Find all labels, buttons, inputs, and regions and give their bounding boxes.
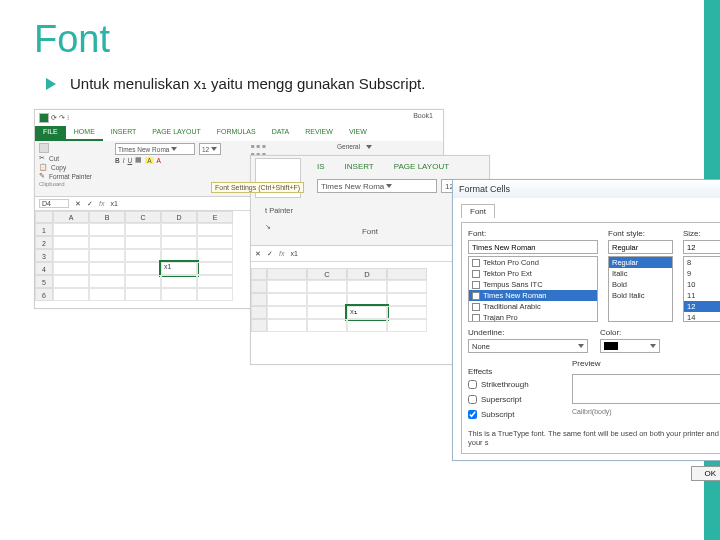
copy-label[interactable]: Copy bbox=[51, 164, 66, 171]
font-listbox[interactable]: Tekton Pro Cond Tekton Pro Ext Tempus Sa… bbox=[468, 256, 598, 322]
italic-button[interactable]: I bbox=[123, 157, 125, 164]
tab-pagelayout[interactable]: PAGE LAYOUT bbox=[144, 126, 208, 141]
font-color-button[interactable]: A bbox=[157, 157, 161, 164]
size-listbox[interactable]: 8 9 10 11 12 14 bbox=[683, 256, 720, 322]
preview-box bbox=[572, 374, 720, 404]
bullet-text: Untuk menuliskan x₁ yaitu mengg gunakan … bbox=[70, 75, 425, 93]
color-combo[interactable] bbox=[600, 339, 660, 353]
dialog-titlebar: Format Cells bbox=[453, 180, 720, 198]
tab-file[interactable]: FILE bbox=[35, 126, 66, 141]
excel-icon bbox=[39, 113, 49, 123]
fx-accept-2[interactable]: ✓ bbox=[267, 250, 273, 258]
workbook-title: Book1 bbox=[413, 112, 433, 119]
border-button[interactable]: ▦ bbox=[135, 156, 142, 164]
tab-home[interactable]: HOME bbox=[66, 126, 103, 141]
fill-color-button[interactable]: A bbox=[145, 157, 153, 164]
fx-accept[interactable]: ✓ bbox=[87, 200, 93, 208]
subscript-checkbox[interactable] bbox=[468, 410, 477, 419]
fx-icon: fx bbox=[99, 200, 104, 207]
font-settings-tooltip: Font Settings (Ctrl+Shift+F) bbox=[211, 182, 304, 193]
size-label: Size: bbox=[683, 229, 720, 238]
strikethrough-checkbox[interactable] bbox=[468, 380, 477, 389]
superscript-checkbox[interactable] bbox=[468, 395, 477, 404]
font-input[interactable] bbox=[468, 240, 598, 254]
painter-label[interactable]: Format Painter bbox=[49, 173, 92, 180]
fx-cancel[interactable]: ✕ bbox=[75, 200, 81, 208]
selected-cell[interactable]: x1 bbox=[161, 262, 197, 275]
style-listbox[interactable]: Regular Italic Bold Bold Italic bbox=[608, 256, 673, 322]
style-input[interactable] bbox=[608, 240, 673, 254]
ztab-is[interactable]: IS bbox=[317, 162, 325, 171]
bullet-row: Untuk menuliskan x₁ yaitu mengg gunakan … bbox=[44, 75, 670, 93]
font-name-combo-2[interactable]: Times New Roma bbox=[317, 179, 437, 193]
selected-cell-2[interactable]: x₁ bbox=[347, 306, 387, 319]
paste-icon[interactable] bbox=[39, 143, 49, 153]
tab-insert[interactable]: INSERT bbox=[103, 126, 145, 141]
ztab-pagelayout[interactable]: PAGE LAYOUT bbox=[394, 162, 449, 171]
tab-data[interactable]: DATA bbox=[264, 126, 298, 141]
effects-label: Effects bbox=[468, 367, 562, 376]
bold-button[interactable]: B bbox=[115, 157, 120, 164]
number-format[interactable]: General bbox=[337, 143, 360, 150]
underline-button[interactable]: U bbox=[128, 157, 133, 164]
style-label: Font style: bbox=[608, 229, 673, 238]
cut-label[interactable]: Cut bbox=[49, 155, 59, 162]
ztab-insert[interactable]: INSERT bbox=[345, 162, 374, 171]
ok-button[interactable]: OK bbox=[691, 466, 720, 481]
color-label: Color: bbox=[600, 328, 720, 337]
formula-bar[interactable]: x1 bbox=[110, 200, 117, 207]
underline-label: Underline: bbox=[468, 328, 590, 337]
bullet-icon bbox=[44, 78, 56, 90]
tab-view[interactable]: VIEW bbox=[341, 126, 375, 141]
launcher-icon[interactable]: ↘ bbox=[265, 223, 271, 240]
name-box[interactable]: D4 bbox=[39, 199, 69, 208]
ribbon-tabs: FILE HOME INSERT PAGE LAYOUT FORMULAS DA… bbox=[35, 126, 443, 141]
font-name-combo[interactable]: Times New Roma bbox=[115, 143, 195, 155]
painter-fragment: t Painter bbox=[255, 204, 485, 217]
size-input[interactable] bbox=[683, 240, 720, 254]
font-group-label: Font bbox=[281, 223, 459, 240]
font-label: Font: bbox=[468, 229, 598, 238]
underline-combo[interactable]: None bbox=[468, 339, 588, 353]
dialog-tab-font[interactable]: Font bbox=[461, 204, 495, 218]
svg-marker-0 bbox=[46, 78, 56, 90]
fx-cancel-2[interactable]: ✕ bbox=[255, 250, 261, 258]
formula-bar-2[interactable]: x1 bbox=[290, 250, 297, 257]
truetype-note: This is a TrueType font. The same font w… bbox=[468, 429, 720, 447]
tab-formulas[interactable]: FORMULAS bbox=[209, 126, 264, 141]
tab-review[interactable]: REVIEW bbox=[297, 126, 341, 141]
slide-title: Font bbox=[34, 18, 670, 61]
format-cells-dialog: Format Cells Font Font: Tekton Pro Cond … bbox=[452, 179, 720, 461]
qat: ⟳ ↷ ⁝ bbox=[51, 114, 69, 122]
preview-label: Preview bbox=[572, 359, 720, 368]
font-size-combo[interactable]: 12 bbox=[199, 143, 221, 155]
slide: Font Untuk menuliskan x₁ yaitu mengg gun… bbox=[0, 0, 704, 540]
fx-icon-2: fx bbox=[279, 250, 284, 257]
calibri-note: Calibri(body) bbox=[572, 408, 720, 415]
clipboard-group-label: Clipboard bbox=[39, 181, 109, 187]
